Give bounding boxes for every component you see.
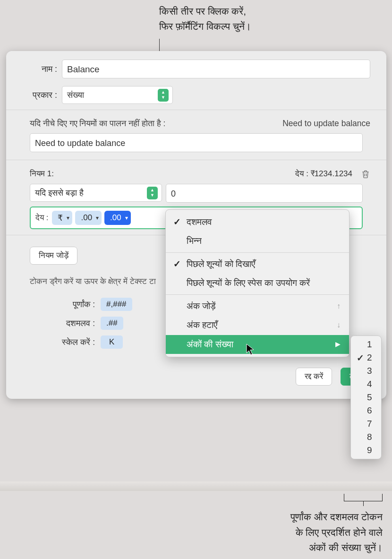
rule1-label: नियम 1: — [30, 169, 54, 179]
chevron-down-icon: ▾ — [96, 215, 99, 221]
window-bottom-shadow — [0, 482, 392, 491]
kind-row: प्रकार : संख्या ▲▼ — [6, 82, 386, 108]
menu-item-label: अंक हटाएँ — [187, 317, 217, 334]
arrow-up-icon: ↑ — [337, 299, 341, 313]
cancel-button[interactable]: रद्द करें — [296, 368, 332, 386]
rule1-condition-value: यदि इससे बड़ा है — [35, 184, 84, 201]
kind-select-stepper-icon: ▲▼ — [158, 89, 169, 102]
menu-item-add-digit[interactable]: अंक जोड़ें ↑ — [166, 297, 349, 316]
chevron-down-icon: ▾ — [67, 215, 69, 221]
annotation-bottom: पूर्णांक और दशमलव टोकन के लिए प्रदर्शित … — [290, 509, 383, 556]
digit-count-option[interactable]: 8 — [351, 430, 381, 444]
dec-token[interactable]: .## — [101, 317, 123, 330]
rule1-value-input[interactable]: 0 — [166, 184, 363, 203]
menu-item-fraction[interactable]: भिन्न — [166, 232, 349, 250]
menu-item-label: दशमलव — [187, 214, 212, 231]
menu-separator — [166, 252, 349, 253]
digit-count-option[interactable]: 9 — [351, 444, 381, 457]
annotation-top-line1: किसी तीर पर क्लिक करें, — [159, 4, 251, 19]
footer-buttons: रद्द करें ठीव — [6, 362, 386, 399]
digit-count-option[interactable]: 6 — [351, 404, 381, 417]
currency-token-text: ₹ — [58, 213, 63, 223]
chevron-right-icon: ▶ — [335, 338, 341, 351]
rules-fail-preview: Need to update balance — [282, 119, 370, 129]
rules-fail-label: यदि नीचे दिए गए नियमों का पालन नहीं होता… — [30, 119, 165, 129]
menu-separator — [166, 294, 349, 295]
cursor-icon — [246, 344, 256, 356]
rules-fail-field-wrap: Need to update balance — [30, 133, 363, 152]
token-row-label: देय : — [34, 213, 49, 223]
annotation-bottom-line3: अंकों की संख्या चुनें। — [290, 540, 383, 556]
annotation-top: किसी तीर पर क्लिक करें, फिर फ़ॉर्मैटिंग … — [159, 4, 251, 34]
rules-fail-row: यदि नीचे दिए गए नियमों का पालन नहीं होता… — [6, 110, 386, 131]
kind-select[interactable]: संख्या ▲▼ — [62, 86, 173, 104]
decimal-token-2-text: .00 — [110, 213, 121, 223]
menu-item-label: पिछले शून्यों को दिखाएँ — [187, 256, 255, 273]
kind-label: प्रकार : — [22, 90, 57, 100]
digit-count-option[interactable]: 1 — [351, 338, 381, 351]
decimal-token-1-text: .00 — [81, 213, 92, 223]
int-token-label: पूर्णांक : — [30, 300, 101, 310]
menu-item-label: पिछले शून्यों के लिए स्पेस का उपयोग करें — [187, 275, 310, 292]
kind-select-value: संख्या — [67, 86, 84, 103]
menu-item-decimal[interactable]: दशमलव — [166, 213, 349, 232]
add-rule-button[interactable]: नियम जोड़ें — [30, 247, 77, 265]
rule1-condition-select[interactable]: यदि इससे बड़ा है ▲▼ — [30, 184, 162, 202]
menu-item-show-trailing-zeros[interactable]: पिछले शून्यों को दिखाएँ — [166, 255, 349, 274]
dec-token-label: दशमलव : — [30, 318, 101, 328]
annotation-bottom-line2: के लिए प्रदर्शित होने वाले — [290, 525, 383, 541]
menu-item-remove-digit[interactable]: अंक हटाएँ ↓ — [166, 316, 349, 335]
condition-stepper-icon: ▲▼ — [147, 187, 158, 199]
name-input[interactable]: Balance — [62, 60, 370, 78]
name-label: नाम : — [22, 64, 57, 74]
arrow-down-icon: ↓ — [337, 318, 341, 332]
annotation-top-line2: फिर फ़ॉर्मैटिंग विकल्प चुनें। — [159, 19, 251, 34]
digit-count-option[interactable]: 5 — [351, 391, 381, 404]
menu-item-digit-count[interactable]: अंकों की संख्या ▶ — [166, 335, 349, 354]
rules-fail-input[interactable]: Need to update balance — [30, 133, 363, 152]
menu-item-space-for-zeros[interactable]: पिछले शून्यों के लिए स्पेस का उपयोग करें — [166, 274, 349, 292]
digit-count-option[interactable]: 2 — [351, 351, 381, 364]
menu-item-label: अंक जोड़ें — [187, 298, 216, 315]
rule1-header: नियम 1: देय : ₹1234.1234 — [6, 160, 386, 184]
digit-count-submenu: 123456789 — [350, 335, 382, 459]
digit-count-option[interactable]: 7 — [351, 417, 381, 430]
annotation-bottom-line1: पूर्णांक और दशमलव टोकन — [290, 509, 383, 525]
delete-rule-icon[interactable] — [361, 169, 370, 179]
menu-item-label: भिन्न — [187, 232, 202, 249]
scale-token-label: स्केल करें : — [30, 337, 101, 347]
scale-token[interactable]: K — [101, 335, 123, 349]
decimal-token-1[interactable]: .00 ▾ — [75, 211, 102, 225]
rule1-body: यदि इससे बड़ा है ▲▼ 0 — [6, 184, 386, 203]
menu-item-label: अंकों की संख्या — [187, 336, 233, 353]
name-row: नाम : Balance — [6, 56, 386, 82]
currency-token[interactable]: ₹ ▾ — [52, 211, 72, 225]
annotation-bracket — [344, 494, 383, 501]
digit-count-option[interactable]: 4 — [351, 378, 381, 391]
token-options-menu: दशमलव भिन्न पिछले शून्यों को दिखाएँ पिछल… — [165, 209, 349, 357]
decimal-token-2[interactable]: .00 ▾ — [104, 211, 131, 225]
chevron-down-icon: ▾ — [125, 215, 128, 221]
rule1-preview: देय : ₹1234.1234 — [295, 169, 352, 179]
int-token[interactable]: #,### — [101, 298, 132, 311]
digit-count-option[interactable]: 3 — [351, 364, 381, 378]
